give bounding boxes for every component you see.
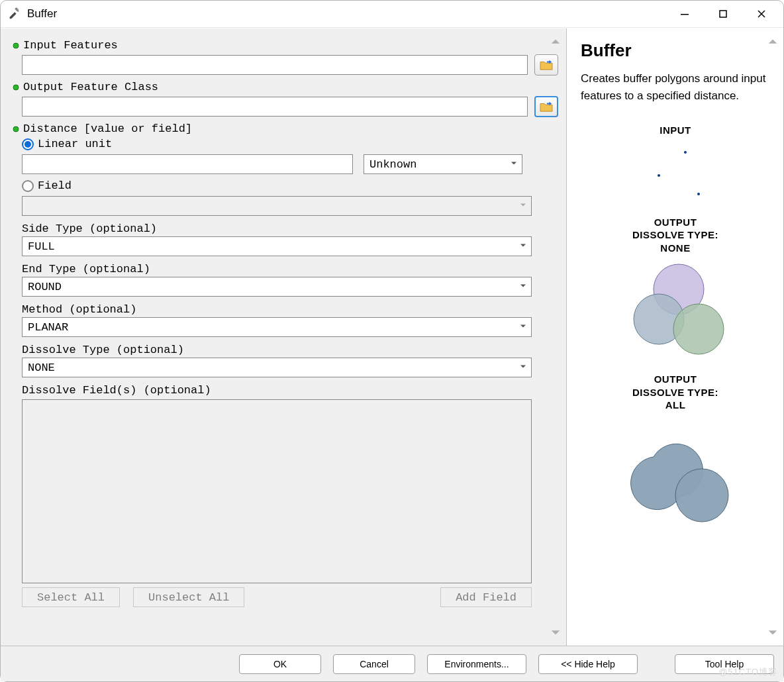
unselect-all-button[interactable]: Unselect All [133, 587, 244, 607]
scroll-down-icon[interactable] [549, 626, 562, 639]
end-type-label: End Type (optional) [22, 263, 558, 275]
svg-point-12 [673, 304, 724, 354]
parameters-pane: Input Features Outpu [1, 28, 567, 646]
svg-point-4 [13, 43, 19, 48]
method-label: Method (optional) [22, 303, 558, 316]
illustration-dissolve-none-icon [612, 260, 738, 359]
chevron-down-icon [519, 321, 527, 334]
help-scroll-up-icon[interactable] [766, 35, 779, 48]
ok-button[interactable]: OK [239, 654, 321, 674]
help-pane: Buffer Creates buffer polygons around in… [567, 28, 783, 646]
dissolve-type-dropdown[interactable]: NONE [22, 358, 532, 377]
output-fc-label: Output Feature Class [23, 81, 158, 93]
input-features-label: Input Features [23, 39, 118, 52]
dissolve-type-label: Dissolve Type (optional) [22, 344, 558, 356]
field-radio-label: Field [38, 179, 72, 192]
chevron-down-icon [519, 240, 527, 253]
end-type-dropdown[interactable]: ROUND [22, 277, 532, 297]
linear-unit-radio-row[interactable]: Linear unit [22, 138, 558, 150]
output-fc-row [22, 96, 558, 117]
side-type-label: Side Type (optional) [22, 222, 558, 235]
field-radio[interactable] [22, 180, 34, 192]
required-icon [13, 126, 19, 132]
method-dropdown[interactable]: PLANAR [22, 317, 532, 337]
svg-rect-0 [681, 14, 689, 15]
linear-unit-input[interactable] [22, 154, 353, 174]
field-radio-row[interactable]: Field [22, 179, 558, 192]
help-illustration: INPUT OUTPUT DISSOLVE TYPE: NONE OUTPUT … [581, 124, 770, 525]
svg-rect-1 [720, 11, 726, 17]
cancel-button[interactable]: Cancel [333, 654, 415, 674]
help-scroll-down-icon[interactable] [766, 626, 779, 639]
svg-point-9 [697, 193, 700, 195]
select-all-button[interactable]: Select All [22, 587, 120, 607]
svg-point-7 [684, 151, 687, 154]
chevron-down-icon [519, 200, 527, 213]
distance-label-row: Distance [value or field] [13, 122, 558, 135]
distance-label: Distance [value or field] [23, 122, 192, 135]
output-fc-browse-button[interactable] [534, 96, 558, 117]
footer-buttons: OK Cancel Environments... << Hide Help T… [1, 646, 783, 681]
input-features-row [22, 54, 558, 75]
titlebar: Buffer [1, 1, 783, 27]
scroll-up-icon[interactable] [549, 35, 562, 48]
linear-unit-label: Linear unit [38, 138, 112, 150]
dissolve-fields-label: Dissolve Field(s) (optional) [22, 384, 558, 397]
linear-unit-radio[interactable] [22, 138, 34, 150]
output-fc-input[interactable] [22, 97, 528, 117]
illustration-input-points-icon [619, 142, 732, 202]
buffer-tool-window: Buffer [0, 0, 784, 682]
method-value: PLANAR [28, 321, 68, 334]
chevron-down-icon [519, 281, 527, 293]
add-field-button[interactable]: Add Field [440, 587, 532, 607]
field-dropdown [22, 196, 532, 216]
environments-button[interactable]: Environments... [427, 654, 526, 674]
required-icon [13, 84, 19, 91]
hide-help-button[interactable]: << Hide Help [538, 654, 638, 674]
help-description: Creates buffer polygons around input fea… [581, 70, 770, 104]
hammer-icon [9, 6, 22, 21]
output-fc-label-row: Output Feature Class [13, 81, 558, 93]
side-type-value: FULL [28, 240, 55, 253]
svg-point-6 [13, 126, 19, 132]
svg-point-8 [658, 174, 660, 177]
linear-unit-units-value: Unknown [369, 158, 416, 171]
minimize-button[interactable] [665, 1, 704, 27]
close-button[interactable] [742, 1, 781, 27]
dissolve-fields-buttons: Select All Unselect All Add Field [22, 587, 532, 607]
required-icon [13, 42, 19, 49]
main-panes: Input Features Outpu [1, 28, 783, 646]
svg-point-5 [13, 85, 19, 90]
side-type-dropdown[interactable]: FULL [22, 236, 532, 256]
dissolve-type-value: NONE [28, 362, 55, 374]
tool-help-button[interactable]: Tool Help [675, 654, 774, 674]
window-title: Buffer [27, 7, 665, 21]
illustration-none-label: OUTPUT DISSOLVE TYPE: NONE [581, 216, 770, 255]
dissolve-fields-listbox[interactable] [22, 399, 532, 583]
input-features-input[interactable] [22, 55, 528, 75]
client-area: Input Features Outpu [1, 27, 783, 681]
input-features-label-row: Input Features [13, 39, 558, 52]
help-title: Buffer [581, 40, 770, 61]
maximize-button[interactable] [704, 1, 742, 27]
illustration-input-label: INPUT [581, 124, 770, 137]
end-type-value: ROUND [28, 281, 62, 293]
illustration-all-label: OUTPUT DISSOLVE TYPE: ALL [581, 373, 770, 412]
window-controls [665, 1, 781, 27]
input-features-browse-button[interactable] [534, 54, 558, 75]
field-dropdown-row [22, 196, 532, 216]
illustration-dissolve-all-icon [612, 417, 738, 523]
linear-unit-units-dropdown[interactable]: Unknown [364, 154, 522, 174]
svg-point-13 [675, 469, 728, 522]
linear-unit-row: Unknown [22, 154, 558, 174]
chevron-down-icon [510, 158, 518, 171]
chevron-down-icon [519, 362, 527, 374]
